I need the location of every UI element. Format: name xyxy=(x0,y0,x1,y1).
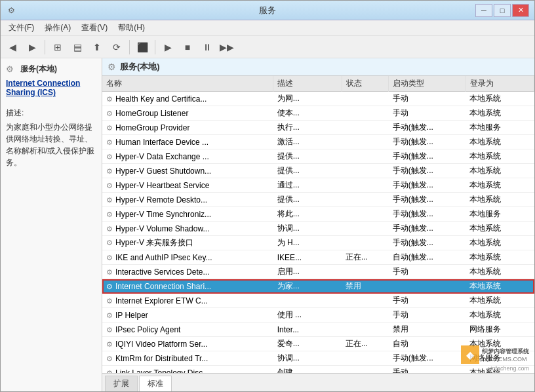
stop-button[interactable]: ■ xyxy=(178,39,197,56)
table-row[interactable]: ⚙Internet Explorer ETW C...手动本地系统 xyxy=(102,294,534,308)
watermark-brand: 织梦内容管理系统 xyxy=(482,347,529,356)
service-name: Link Layer Topology Disc... xyxy=(115,368,209,374)
service-desc: 通过... xyxy=(273,178,342,193)
service-startup: 手动 xyxy=(389,294,466,308)
export-button[interactable]: ⬛ xyxy=(133,39,151,56)
service-desc: 提供... xyxy=(273,149,342,164)
service-login: 本地系统 xyxy=(466,92,534,106)
main-content: ⚙ 服务(本地) Internet Connection Sharing (IC… xyxy=(1,58,534,391)
table-row[interactable]: ⚙Hyper-V 来宾服务接口为 H...手动(触发...本地系统 xyxy=(102,236,534,250)
watermark-sub: DEDECMS.COM xyxy=(482,356,529,363)
show-tree-button[interactable]: ⊞ xyxy=(49,39,67,56)
service-desc: 执行... xyxy=(273,121,342,135)
service-login: 本地系统 xyxy=(466,250,534,265)
service-status xyxy=(342,236,389,250)
ics-service-link[interactable]: Internet Connection Sharing (ICS) xyxy=(6,79,96,97)
table-row[interactable]: ⚙IP Helper使用 ...手动本地系统 xyxy=(102,308,534,323)
table-row[interactable]: ⚙Internet Connection Shari...为家...禁用本地系统 xyxy=(102,279,534,294)
table-header-row: 名称 描述 状态 启动类型 登录为 xyxy=(102,76,534,92)
service-desc: 启用... xyxy=(273,265,342,279)
service-name: Hyper-V Guest Shutdown... xyxy=(115,167,211,176)
service-status xyxy=(342,106,389,121)
service-desc: 激活... xyxy=(273,135,342,149)
service-icon: ⚙ xyxy=(106,95,113,103)
service-status: 正在... xyxy=(342,250,389,265)
table-row[interactable]: ⚙HomeGroup Provider执行...手动(触发...本地服务 xyxy=(102,121,534,135)
menu-view[interactable]: 查看(V) xyxy=(76,21,113,35)
service-table: 名称 描述 状态 启动类型 登录为 ⚙Health Key and Certif… xyxy=(102,76,534,373)
service-name: Hyper-V Remote Deskto... xyxy=(115,195,207,205)
list-view-button[interactable]: ▤ xyxy=(68,39,87,56)
refresh-button[interactable]: ⟳ xyxy=(108,39,126,56)
menu-action[interactable]: 操作(A) xyxy=(39,21,76,35)
back-button[interactable]: ◀ xyxy=(3,39,22,56)
toolbar-sep-3 xyxy=(155,40,155,54)
table-row[interactable]: ⚙IKE and AuthIP IPsec Key...IKEE...正在...… xyxy=(102,250,534,265)
service-name: Hyper-V Volume Shadow... xyxy=(115,224,209,233)
service-name: Hyper-V 来宾服务接口 xyxy=(115,238,193,247)
service-status xyxy=(342,92,389,106)
left-panel: ⚙ 服务(本地) Internet Connection Sharing (IC… xyxy=(1,58,102,391)
up-button[interactable]: ⬆ xyxy=(88,39,106,56)
service-login: 本地系统 xyxy=(466,149,534,164)
service-status xyxy=(342,294,389,308)
play-button[interactable]: ▶ xyxy=(159,39,177,56)
tab-standard[interactable]: 标准 xyxy=(139,376,172,391)
maximize-button[interactable]: □ xyxy=(494,4,511,17)
table-row[interactable]: ⚙Hyper-V Remote Deskto...提供...手动(触发...本地… xyxy=(102,193,534,207)
service-name: HomeGroup Listener xyxy=(115,109,188,118)
resume-button[interactable]: ▶▶ xyxy=(218,39,236,56)
tab-expand[interactable]: 扩展 xyxy=(105,376,138,391)
toolbar: ◀ ▶ ⊞ ▤ ⬆ ⟳ ⬛ ▶ ■ ⏸ ▶▶ xyxy=(1,36,534,58)
service-startup: 手动 xyxy=(389,106,466,121)
table-row[interactable]: ⚙Interactive Services Dete...启用...手动本地系统 xyxy=(102,265,534,279)
col-header-status[interactable]: 状态 xyxy=(342,76,389,92)
col-header-name[interactable]: 名称 xyxy=(102,76,273,92)
menu-bar: 文件(F) 操作(A) 查看(V) 帮助(H) xyxy=(1,20,534,36)
service-login: 本地系统 xyxy=(466,308,534,323)
service-name: Hyper-V Data Exchange ... xyxy=(115,152,209,161)
service-icon: ⚙ xyxy=(106,326,113,334)
service-startup: 手动 xyxy=(389,308,466,323)
menu-file[interactable]: 文件(F) xyxy=(3,21,39,35)
desc-label: 描述: xyxy=(6,108,96,119)
table-row[interactable]: ⚙IPsec Policy AgentInter...禁用网络服务 xyxy=(102,323,534,337)
minimize-button[interactable]: ─ xyxy=(475,4,492,17)
service-login: 本地系统 xyxy=(466,222,534,236)
menu-help[interactable]: 帮助(H) xyxy=(113,21,150,35)
table-row[interactable]: ⚙HomeGroup Listener使本...手动本地系统 xyxy=(102,106,534,121)
col-header-login[interactable]: 登录为 xyxy=(466,76,534,92)
main-window: ⚙ 服务 ─ □ ✕ 文件(F) 操作(A) 查看(V) 帮助(H) ◀ ▶ ⊞… xyxy=(0,0,535,392)
service-desc: 使用 ... xyxy=(273,308,342,323)
service-status xyxy=(342,308,389,323)
service-login: 本地系统 xyxy=(466,236,534,250)
table-row[interactable]: ⚙Human Interface Device ...激活...手动(触发...… xyxy=(102,135,534,149)
service-icon: ⚙ xyxy=(106,182,113,189)
pause-button[interactable]: ⏸ xyxy=(198,39,216,56)
service-status xyxy=(342,193,389,207)
service-icon: ⚙ xyxy=(106,196,113,204)
table-row[interactable]: ⚙Hyper-V Volume Shadow...协调...手动(触发...本地… xyxy=(102,222,534,236)
service-startup: 手动(触发... xyxy=(389,149,466,164)
service-login: 网络服务 xyxy=(466,323,534,337)
table-row[interactable]: ⚙Hyper-V Guest Shutdown...提供...手动(触发...本… xyxy=(102,164,534,178)
table-row[interactable]: ⚙Hyper-V Time Synchroniz...将此...手动(触发...… xyxy=(102,207,534,222)
table-row[interactable]: ⚙Hyper-V Data Exchange ...提供...手动(触发...本… xyxy=(102,149,534,164)
service-startup: 手动 xyxy=(389,265,466,279)
service-startup xyxy=(389,279,466,294)
window-icon: ⚙ xyxy=(6,5,16,16)
close-button[interactable]: ✕ xyxy=(512,4,529,17)
service-status: 禁用 xyxy=(342,279,389,294)
service-desc: 将此... xyxy=(273,207,342,222)
service-table-container[interactable]: 名称 描述 状态 启动类型 登录为 ⚙Health Key and Certif… xyxy=(102,76,534,373)
service-icon: ⚙ xyxy=(106,153,113,161)
table-row[interactable]: ⚙Health Key and Certifica...为网...手动本地系统 xyxy=(102,92,534,106)
left-panel-header-text: 服务(本地) xyxy=(20,64,57,75)
table-row[interactable]: ⚙Hyper-V Heartbeat Service通过...手动(触发...本… xyxy=(102,178,534,193)
col-header-startup[interactable]: 启动类型 xyxy=(389,76,466,92)
forward-button[interactable]: ▶ xyxy=(23,39,41,56)
service-login: 本地系统 xyxy=(466,135,534,149)
col-header-desc[interactable]: 描述 xyxy=(273,76,342,92)
toolbar-sep-1 xyxy=(45,40,45,54)
service-name: Health Key and Certifica... xyxy=(115,94,207,104)
